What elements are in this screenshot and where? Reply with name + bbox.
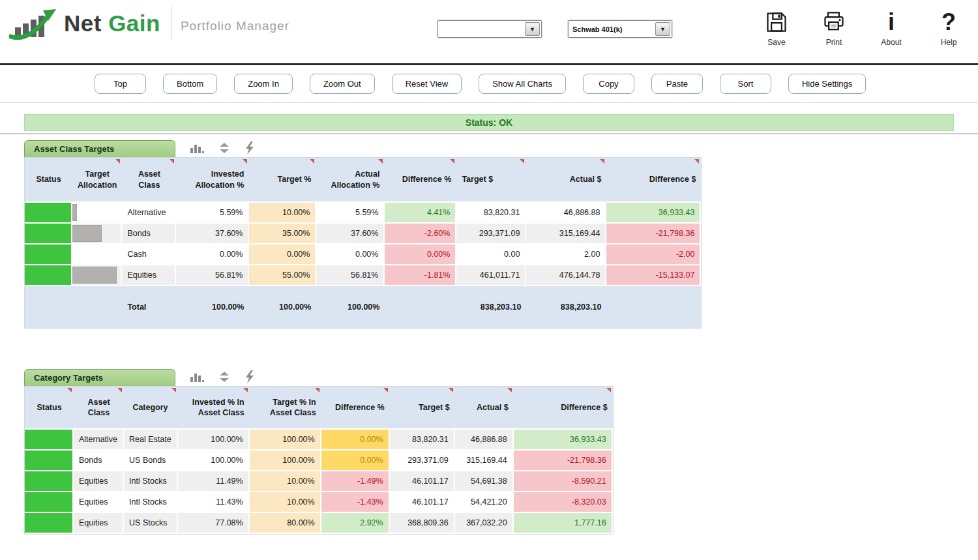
status-cell [25, 430, 74, 450]
zoom-out-button[interactable]: Zoom Out [310, 74, 375, 94]
save-button[interactable]: Save [759, 9, 794, 47]
difference-usd-cell: -21,798.36 [514, 450, 613, 471]
bottom-button[interactable]: Bottom [163, 74, 217, 94]
help-button[interactable]: ? Help [931, 9, 966, 47]
top-button[interactable]: Top [95, 74, 146, 94]
invested-allocation-cell: 37.60% [176, 224, 249, 244]
col-target-usd: Target $ [390, 387, 455, 430]
difference-pct-cell: -2.60% [385, 224, 456, 244]
invested-pct-cell: 11.49% [178, 471, 250, 492]
col-difference-pct: Difference % [385, 158, 456, 203]
asset-class-targets-panel: Asset Class Targets [24, 140, 702, 329]
status-cell [25, 513, 74, 534]
target-usd-cell: 83,820.31 [390, 430, 455, 450]
brand: Net Gain Portfolio Manager [9, 5, 289, 42]
target-pct-cell[interactable]: 10.00% [250, 471, 321, 492]
target-pct-cell[interactable]: 0.00% [249, 244, 316, 265]
target-usd-cell: 83,820.31 [456, 203, 526, 224]
status-cell [25, 224, 72, 244]
about-button[interactable]: i About [874, 9, 909, 47]
app-window: Net Gain Portfolio Manager Schwab 401(k) [0, 0, 978, 560]
total-label: Total [122, 286, 176, 328]
table-row: Equities US Stocks 77.08% 80.00% 2.92% 3… [25, 513, 613, 534]
actual-usd-cell: 54,421.20 [455, 492, 514, 513]
invested-pct-cell: 100.00% [178, 430, 250, 450]
table-row: Equities Intl Stocks 11.43% 10.00% -1.43… [25, 492, 613, 513]
difference-pct-cell: 0.00% [321, 450, 390, 471]
col-actual-usd: Actual $ [455, 387, 514, 430]
target-pct-cell[interactable]: 55.00% [249, 265, 316, 286]
total-target-usd: 838,203.10 [456, 286, 526, 328]
col-target-pct: Target % [249, 158, 316, 203]
table-row: Equities 56.81% 55.00% 56.81% -1.81% 461… [25, 265, 701, 286]
asset-class-cell: Equities [74, 471, 124, 492]
target-pct-cell[interactable]: 10.00% [249, 203, 316, 224]
difference-pct-cell: 4.41% [385, 203, 456, 224]
account-dropdown[interactable]: Schwab 401(k) [568, 20, 672, 38]
difference-usd-cell: -2.00 [606, 244, 701, 265]
target-pct-cell[interactable]: 100.00% [250, 430, 321, 450]
sort-toggle-icon[interactable] [218, 371, 230, 383]
table-header-row: Status Asset Class Category Invested % I… [25, 387, 613, 430]
total-status-cell [25, 286, 72, 328]
difference-usd-cell: -21,798.36 [606, 224, 701, 244]
show-all-charts-button[interactable]: Show All Charts [479, 74, 566, 94]
question-icon: ? [941, 9, 956, 35]
target-allocation-cell [72, 203, 122, 224]
difference-pct-cell: 2.92% [321, 513, 390, 534]
actual-allocation-cell: 0.00% [316, 244, 385, 265]
actual-usd-cell: 46,886.88 [526, 203, 606, 224]
tab-category-targets[interactable]: Category Targets [24, 369, 175, 386]
bar-chart-icon[interactable] [190, 371, 204, 383]
chevron-down-icon[interactable] [655, 22, 670, 36]
hide-settings-button[interactable]: Hide Settings [788, 74, 866, 94]
table-row: Cash 0.00% 0.00% 0.00% 0.00% 0.00 2.00 -… [25, 244, 701, 265]
target-pct-cell[interactable]: 10.00% [250, 492, 321, 513]
target-pct-cell[interactable]: 80.00% [250, 513, 321, 534]
col-target-usd: Target $ [456, 158, 526, 203]
col-status: Status [25, 387, 74, 430]
sort-button[interactable]: Sort [720, 74, 771, 94]
allocation-bar [72, 225, 102, 242]
actual-allocation-cell: 5.59% [316, 203, 385, 224]
difference-pct-cell: 0.00% [321, 430, 390, 450]
about-label: About [881, 38, 901, 47]
col-invested-pct-in-asset-class: Invested % In Asset Class [178, 387, 250, 430]
col-asset-class: Asset Class [122, 158, 176, 203]
status-cell [25, 265, 72, 286]
total-actual-allocation: 100.00% [316, 286, 385, 328]
print-label: Print [826, 38, 842, 47]
lightning-icon[interactable] [244, 141, 255, 155]
sort-toggle-icon[interactable] [218, 142, 230, 154]
actual-usd-cell: 476,144.78 [526, 265, 606, 286]
lightning-icon[interactable] [244, 370, 255, 383]
target-pct-cell[interactable]: 35.00% [249, 224, 316, 244]
col-asset-class: Asset Class [74, 387, 124, 430]
tab-asset-class-targets[interactable]: Asset Class Targets [24, 140, 175, 157]
view-dropdown[interactable] [437, 20, 542, 38]
invested-pct-cell: 100.00% [178, 450, 250, 471]
paste-button[interactable]: Paste [651, 74, 703, 94]
asset-class-cell: Equities [74, 492, 124, 513]
toolbar: Top Bottom Zoom In Zoom Out Reset View S… [95, 74, 866, 94]
target-usd-cell: 368,809.36 [390, 513, 455, 534]
category-cell: US Bonds [124, 450, 178, 471]
chevron-down-icon[interactable] [525, 22, 540, 36]
actual-usd-cell: 315,169.44 [455, 450, 514, 471]
col-status: Status [25, 158, 72, 203]
table-row: Alternative Real Estate 100.00% 100.00% … [25, 430, 613, 450]
difference-usd-cell: 36,933.43 [606, 203, 701, 224]
difference-usd-cell: 1,777.16 [514, 513, 613, 534]
zoom-in-button[interactable]: Zoom In [234, 74, 293, 94]
copy-button[interactable]: Copy [583, 74, 634, 94]
asset-class-cell: Bonds [74, 450, 124, 471]
actual-allocation-cell: 56.81% [316, 265, 385, 286]
save-label: Save [767, 38, 785, 47]
reset-view-button[interactable]: Reset View [392, 74, 462, 94]
target-pct-cell[interactable]: 100.00% [250, 450, 321, 471]
print-button[interactable]: Print [816, 9, 852, 47]
target-allocation-cell [72, 224, 122, 244]
table-tools [190, 370, 255, 386]
asset-class-targets-table: Status Target Allocation Asset Class Inv… [24, 157, 702, 329]
bar-chart-icon[interactable] [190, 142, 204, 154]
